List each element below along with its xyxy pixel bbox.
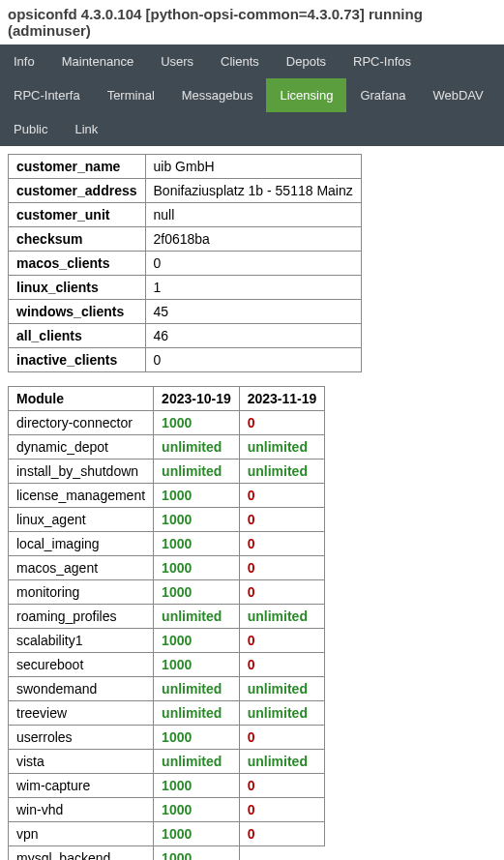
module-row: scalability110000 xyxy=(9,629,325,653)
tab-grafana[interactable]: Grafana xyxy=(346,78,419,112)
info-row: linux_clients1 xyxy=(9,276,362,300)
module-value-cell: 0 xyxy=(239,822,325,846)
info-key: all_clients xyxy=(9,324,146,348)
module-value-cell: 1000 xyxy=(154,798,240,822)
module-name-cell: treeview xyxy=(9,701,154,726)
info-key: windows_clients xyxy=(9,300,146,324)
tab-maintenance[interactable]: Maintenance xyxy=(48,44,147,78)
info-row: windows_clients45 xyxy=(9,300,362,324)
tab-messagebus[interactable]: Messagebus xyxy=(168,78,267,112)
module-row: vpn10000 xyxy=(9,822,325,846)
tab-depots[interactable]: Depots xyxy=(273,44,340,78)
module-value-cell: 1000 xyxy=(154,653,240,677)
info-row: macos_clients0 xyxy=(9,252,362,276)
module-value-cell: 1000 xyxy=(154,726,240,750)
module-value-cell: 1000 xyxy=(154,774,240,798)
module-name-cell: local_imaging xyxy=(9,532,154,556)
tabs-container: InfoMaintenanceUsersClientsDepotsRPC-Inf… xyxy=(0,44,504,146)
tab-terminal[interactable]: Terminal xyxy=(94,78,168,112)
module-name-cell: wim-capture xyxy=(9,774,154,798)
module-row: win-vhd10000 xyxy=(9,798,325,822)
module-row: userroles10000 xyxy=(9,726,325,750)
module-value-cell: 0 xyxy=(239,798,325,822)
module-name-cell: directory-connector xyxy=(9,411,154,435)
tab-link[interactable]: Link xyxy=(61,112,111,146)
module-name-cell: monitoring xyxy=(9,580,154,605)
customer-info-table: customer_nameuib GmbHcustomer_addressBon… xyxy=(8,154,362,372)
module-row: vistaunlimitedunlimited xyxy=(9,750,325,774)
module-value-cell: unlimited xyxy=(239,750,325,774)
module-value-cell: 1000 xyxy=(154,556,240,580)
module-value-cell: 0 xyxy=(239,629,325,653)
module-value-cell: 1000 xyxy=(154,484,240,508)
module-row: swondemandunlimitedunlimited xyxy=(9,677,325,701)
module-name-cell: license_management xyxy=(9,484,154,508)
module-row: monitoring10000 xyxy=(9,580,325,605)
tab-rpc-infos[interactable]: RPC-Infos xyxy=(340,44,425,78)
tab-licensing[interactable]: Licensing xyxy=(266,78,346,112)
module-header: 2023-11-19 xyxy=(239,387,325,411)
module-value-cell: unlimited xyxy=(239,701,325,726)
module-value-cell: 1000 xyxy=(154,580,240,605)
module-row: treeviewunlimitedunlimited xyxy=(9,701,325,726)
info-key: inactive_clients xyxy=(9,348,146,372)
module-name-cell: dynamic_depot xyxy=(9,435,154,460)
module-name-cell: userroles xyxy=(9,726,154,750)
module-row: wim-capture10000 xyxy=(9,774,325,798)
module-value-cell: unlimited xyxy=(154,605,240,629)
info-key: customer_unit xyxy=(9,203,146,227)
info-value: 2f0618ba xyxy=(145,227,361,252)
module-value-cell: unlimited xyxy=(154,460,240,484)
info-value: 0 xyxy=(145,252,361,276)
module-value-cell: unlimited xyxy=(154,677,240,701)
tab-rpc-interfa[interactable]: RPC-Interfa xyxy=(0,78,94,112)
module-value-cell: 1000 xyxy=(154,822,240,846)
module-value-cell: unlimited xyxy=(154,701,240,726)
tab-webdav[interactable]: WebDAV xyxy=(419,78,496,112)
info-row: customer_unitnull xyxy=(9,203,362,227)
info-row: all_clients46 xyxy=(9,324,362,348)
module-value-cell: unlimited xyxy=(239,677,325,701)
module-row: linux_agent10000 xyxy=(9,508,325,532)
info-value: 45 xyxy=(145,300,361,324)
module-value-cell: 1000 xyxy=(154,532,240,556)
module-value-cell: unlimited xyxy=(239,435,325,460)
tab-clients[interactable]: Clients xyxy=(207,44,273,78)
info-key: customer_name xyxy=(9,155,146,179)
info-value: 1 xyxy=(145,276,361,300)
module-value-cell: 1000 xyxy=(154,846,240,861)
module-value-cell: 0 xyxy=(239,508,325,532)
module-row: roaming_profilesunlimitedunlimited xyxy=(9,605,325,629)
module-row: dynamic_depotunlimitedunlimited xyxy=(9,435,325,460)
module-value-cell: 1000 xyxy=(154,629,240,653)
module-value-cell: 0 xyxy=(239,411,325,435)
module-value-cell: 0 xyxy=(239,580,325,605)
info-value: null xyxy=(145,203,361,227)
module-row: secureboot10000 xyxy=(9,653,325,677)
module-value-cell: unlimited xyxy=(154,750,240,774)
module-name-cell: secureboot xyxy=(9,653,154,677)
module-row: local_imaging10000 xyxy=(9,532,325,556)
info-key: customer_address xyxy=(9,179,146,203)
module-value-cell: 0 xyxy=(239,774,325,798)
module-value-cell: 1000 xyxy=(154,411,240,435)
info-row: checksum2f0618ba xyxy=(9,227,362,252)
module-name-cell: swondemand xyxy=(9,677,154,701)
tab-public[interactable]: Public xyxy=(0,112,61,146)
module-name-cell: mysql_backend xyxy=(9,846,154,861)
module-row: install_by_shutdownunlimitedunlimited xyxy=(9,460,325,484)
info-row: inactive_clients0 xyxy=(9,348,362,372)
module-value-cell: 1000 xyxy=(154,508,240,532)
module-name-cell: macos_agent xyxy=(9,556,154,580)
module-name-cell: scalability1 xyxy=(9,629,154,653)
module-row: macos_agent10000 xyxy=(9,556,325,580)
module-header: 2023-10-19 xyxy=(154,387,240,411)
info-row: customer_addressBonifaziusplatz 1b - 551… xyxy=(9,179,362,203)
info-key: macos_clients xyxy=(9,252,146,276)
content-area: customer_nameuib GmbHcustomer_addressBon… xyxy=(0,146,504,860)
module-name-cell: vista xyxy=(9,750,154,774)
tab-info[interactable]: Info xyxy=(0,44,48,78)
module-name-cell: win-vhd xyxy=(9,798,154,822)
info-value: 0 xyxy=(145,348,361,372)
tab-users[interactable]: Users xyxy=(147,44,207,78)
